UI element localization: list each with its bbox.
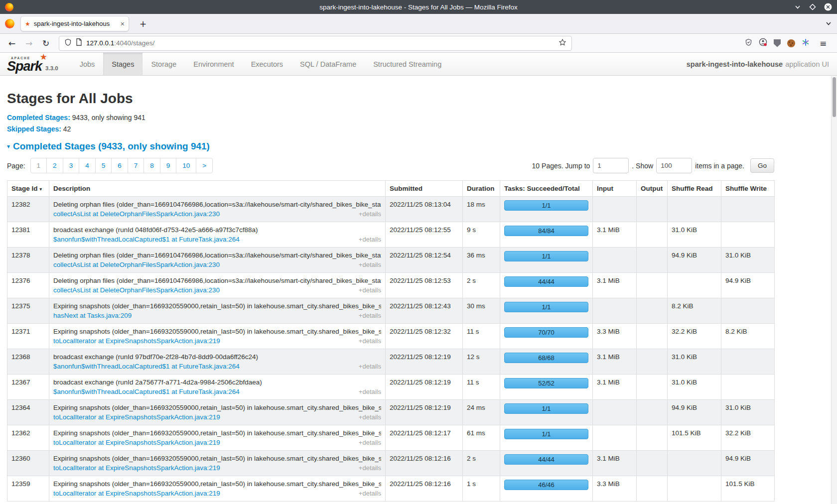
col-header-shuffle-write[interactable]: Shuffle Write — [721, 181, 775, 197]
duration-cell: 36 ms — [463, 248, 500, 273]
tracking-shield-icon[interactable] — [64, 38, 72, 48]
nav-tab-storage[interactable]: Storage — [142, 53, 185, 75]
submitted-cell: 2022/11/25 08:12:19 — [386, 375, 463, 400]
hamburger-menu-icon[interactable]: ≡ — [816, 36, 830, 50]
col-header-duration[interactable]: Duration — [463, 181, 500, 197]
page-button-7[interactable]: 7 — [128, 158, 144, 173]
nav-tab-sql-dataframe[interactable]: SQL / DataFrame — [291, 53, 365, 75]
col-header-input[interactable]: Input — [593, 181, 637, 197]
account-extension-icon[interactable] — [759, 38, 767, 48]
completed-stages-link[interactable]: Completed Stages: — [7, 114, 70, 122]
go-button[interactable]: Go — [750, 158, 774, 173]
stage-callsite-link[interactable]: hasNext at Tasks.java:209 — [53, 312, 132, 319]
tasks-cell: 1/1 — [500, 425, 593, 451]
tasks-cell: 46/46 — [500, 476, 593, 502]
stage-callsite-link[interactable]: toLocalIterator at ExpireSnapshotsSparkA… — [53, 464, 220, 472]
skipped-stages-line: Skipped Stages: 42 — [7, 125, 830, 133]
skipped-stages-value: 42 — [63, 125, 71, 133]
nav-tab-stages[interactable]: Stages — [103, 53, 142, 75]
next-page-button[interactable]: > — [196, 158, 213, 173]
details-toggle[interactable]: +details — [359, 337, 381, 345]
details-toggle[interactable]: +details — [359, 210, 381, 218]
stage-id-cell: 12364 — [7, 400, 49, 425]
list-tabs-chevron-icon[interactable] — [825, 19, 832, 28]
page-button-1[interactable]: 1 — [30, 158, 47, 173]
cookie-extension-icon[interactable] — [787, 39, 795, 47]
tasks-progress-bar: 44/44 — [504, 276, 588, 287]
extension-shield-check-icon[interactable] — [745, 38, 752, 48]
url-bar[interactable]: 127.0.0.1:4040/stages/ — [59, 36, 572, 51]
page-button-5[interactable]: 5 — [95, 158, 112, 173]
page-button-6[interactable]: 6 — [111, 158, 128, 173]
details-toggle[interactable]: +details — [359, 490, 381, 497]
stage-callsite-link[interactable]: toLocalIterator at ExpireSnapshotsSparkA… — [53, 413, 220, 421]
stage-id-cell: 12367 — [7, 375, 49, 400]
table-row: 12367 broadcast exchange (runId 2a75677f… — [7, 375, 775, 400]
submitted-cell: 2022/11/25 08:12:16 — [386, 476, 463, 502]
page-button-4[interactable]: 4 — [79, 158, 96, 173]
scrollbar-thumb[interactable] — [833, 77, 836, 117]
stage-callsite-link[interactable]: toLocalIterator at ExpireSnapshotsSparkA… — [53, 490, 220, 497]
details-toggle[interactable]: +details — [359, 388, 381, 395]
stage-callsite-link[interactable]: collectAsList at DeleteOrphanFilesSparkA… — [53, 210, 220, 218]
details-toggle[interactable]: +details — [359, 286, 381, 294]
stage-callsite-link[interactable]: $anonfun$withThreadLocalCaptured$1 at Fu… — [53, 363, 240, 370]
details-toggle[interactable]: +details — [359, 363, 381, 370]
page-scrollbar[interactable] — [831, 76, 837, 504]
stage-callsite-link[interactable]: toLocalIterator at ExpireSnapshotsSparkA… — [53, 439, 220, 446]
page-button-8[interactable]: 8 — [143, 158, 160, 173]
stage-id-cell: 12378 — [7, 248, 49, 273]
window-close-button[interactable] — [824, 3, 832, 11]
page-button-3[interactable]: 3 — [63, 158, 80, 173]
page-info-icon[interactable] — [76, 38, 82, 48]
window-maximize-button[interactable] — [809, 3, 816, 10]
url-text[interactable]: 127.0.0.1:4040/stages/ — [86, 39, 555, 47]
reload-button[interactable]: ↻ — [39, 36, 53, 50]
nav-tab-environment[interactable]: Environment — [185, 53, 242, 75]
skipped-stages-link[interactable]: Skipped Stages: — [7, 125, 61, 133]
firefox-logo-icon — [5, 19, 14, 28]
window-minimize-button[interactable] — [794, 4, 801, 10]
details-toggle[interactable]: +details — [359, 439, 381, 446]
bookmark-star-icon[interactable] — [558, 38, 566, 48]
browser-tab[interactable]: ★ spark-ingest-into-lakehous × — [20, 16, 129, 31]
stage-callsite-link[interactable]: collectAsList at DeleteOrphanFilesSparkA… — [53, 286, 220, 294]
output-cell — [637, 451, 668, 476]
col-header-output[interactable]: Output — [637, 181, 668, 197]
pages-summary: 10 Pages. Jump to — [532, 162, 590, 170]
page-button-10[interactable]: 10 — [176, 158, 196, 173]
stage-description: broadcast exchange (runId 2a75677f-a771-… — [53, 378, 381, 386]
table-row: 12371 Expiring snapshots (older_than=166… — [7, 324, 775, 349]
col-header-submitted[interactable]: Submitted — [386, 181, 463, 197]
new-tab-button[interactable]: + — [136, 17, 150, 31]
nav-tab-executors[interactable]: Executors — [243, 53, 291, 75]
col-header-shuffle-read[interactable]: Shuffle Read — [668, 181, 721, 197]
completed-stages-section-toggle[interactable]: ▾ Completed Stages (9433, only showing 9… — [7, 141, 830, 152]
page-button-9[interactable]: 9 — [160, 158, 177, 173]
stage-callsite-link[interactable]: $anonfun$withThreadLocalCaptured$1 at Fu… — [53, 236, 240, 243]
stage-callsite-link[interactable]: toLocalIterator at ExpireSnapshotsSparkA… — [53, 337, 220, 345]
details-toggle[interactable]: +details — [359, 236, 381, 243]
shuffle-read-cell — [668, 476, 721, 502]
back-button[interactable]: ← — [5, 36, 19, 50]
ublock-shield-icon[interactable] — [774, 39, 781, 47]
details-toggle[interactable]: +details — [359, 464, 381, 472]
details-toggle[interactable]: +details — [359, 413, 381, 421]
tab-close-icon[interactable]: × — [121, 20, 125, 27]
items-per-page-input[interactable] — [656, 158, 692, 173]
col-header-description[interactable]: Description — [49, 181, 386, 197]
stage-callsite-link[interactable]: collectAsList at DeleteOrphanFilesSparkA… — [53, 261, 220, 268]
input-cell: 3.1 MiB — [593, 273, 637, 298]
details-toggle[interactable]: +details — [359, 261, 381, 268]
col-header-tasks[interactable]: Tasks: Succeeded/Total — [500, 181, 593, 197]
details-toggle[interactable]: +details — [359, 312, 381, 319]
nav-tab-jobs[interactable]: Jobs — [71, 53, 104, 75]
stage-callsite-link[interactable]: $anonfun$withThreadLocalCaptured$1 at Fu… — [53, 388, 240, 395]
col-header-stage-id[interactable]: Stage Id ▾ — [7, 181, 49, 197]
nav-tab-structured-streaming[interactable]: Structured Streaming — [365, 53, 450, 75]
jump-to-page-input[interactable] — [593, 158, 629, 173]
page-button-2[interactable]: 2 — [46, 158, 63, 173]
spark-logo[interactable]: APACHE Spark ★ 3.3.0 — [0, 53, 71, 75]
page-button-list: 12345678910> — [30, 158, 213, 173]
colorful-asterisk-extension-icon[interactable] — [802, 38, 810, 48]
